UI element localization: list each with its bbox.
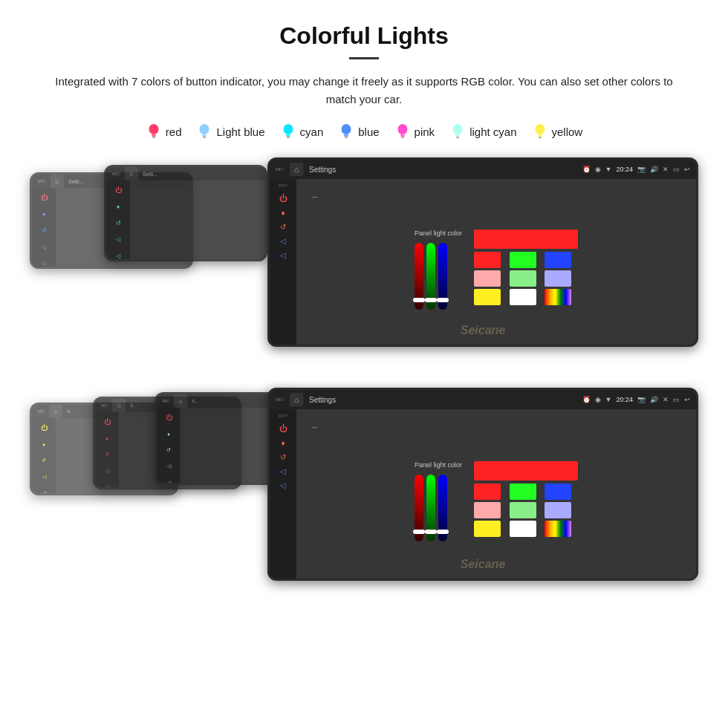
rgb-sliders-bottom — [415, 475, 447, 541]
red-label: red — [166, 126, 182, 138]
svg-rect-10 — [344, 134, 348, 137]
color-light-blue[interactable] — [545, 270, 571, 287]
svg-rect-5 — [203, 137, 206, 138]
cyan-label: cyan — [300, 126, 324, 138]
pink-label: pink — [415, 126, 435, 138]
green-slider-bottom[interactable] — [426, 475, 435, 541]
svg-rect-13 — [400, 134, 405, 137]
red-bulb-icon — [146, 122, 162, 141]
svg-rect-1 — [152, 134, 156, 137]
svg-point-0 — [149, 124, 158, 134]
color-rainbow-b[interactable] — [545, 521, 571, 537]
selected-color-bar[interactable] — [474, 229, 578, 249]
back-arrow[interactable]: ← — [311, 192, 319, 201]
red-slider[interactable] — [415, 243, 423, 310]
color-yellow-b[interactable] — [474, 521, 501, 537]
svg-point-9 — [342, 124, 351, 134]
svg-point-18 — [535, 124, 545, 134]
color-item-cyan: cyan — [280, 122, 324, 141]
yellow-label: yellow — [552, 126, 583, 138]
color-grid-bottom — [474, 483, 578, 537]
page-title: Colorful Lights — [30, 22, 698, 50]
color-red-b[interactable] — [474, 483, 501, 500]
color-yellow[interactable] — [474, 289, 501, 305]
color-blue[interactable] — [545, 252, 571, 268]
color-green-b[interactable] — [510, 483, 536, 500]
panel-light-label: Panel light color — [415, 229, 462, 237]
color-light-green[interactable] — [510, 270, 536, 287]
blue-slider[interactable] — [438, 243, 447, 310]
settings-label-top: Settings — [309, 166, 336, 174]
color-pink[interactable] — [474, 270, 501, 287]
color-grid — [474, 252, 578, 305]
color-item-light-blue: Light blue — [196, 122, 264, 141]
top-device-stack: MIC ⌂ Setti... ⏻ ♦ ↺ ◁ ◁ — [30, 157, 698, 365]
settings-label-bottom: Settings — [309, 396, 336, 404]
cyan-bulb-icon — [280, 122, 296, 141]
color-pink-b[interactable] — [474, 502, 501, 518]
light-blue-label: Light blue — [216, 126, 264, 138]
color-red[interactable] — [474, 252, 501, 268]
svg-point-6 — [283, 124, 293, 134]
color-item-pink: pink — [394, 122, 435, 141]
color-light-green-b[interactable] — [510, 502, 536, 518]
color-blue-b[interactable] — [545, 483, 571, 500]
svg-rect-14 — [401, 137, 404, 138]
color-item-blue: blue — [338, 122, 379, 141]
pink-bulb-icon — [394, 122, 411, 141]
color-white-b[interactable] — [510, 521, 536, 537]
device-7-main: MIC ⌂ Settings ⏰◉▼20:24 📷🔊✕▭↩ RST ⏻ ♦ ↺ — [267, 388, 698, 581]
svg-rect-2 — [152, 137, 155, 138]
color-green[interactable] — [510, 252, 536, 268]
light-cyan-label: light cyan — [469, 126, 516, 138]
svg-rect-8 — [287, 137, 290, 138]
color-item-yellow: yellow — [532, 122, 583, 141]
color-white[interactable] — [510, 289, 536, 305]
svg-rect-20 — [539, 137, 542, 138]
color-item-red: red — [146, 122, 182, 141]
device-2: MIC ⌂ Setti... ⏻ ♦ ↺ ◁ ◁ — [104, 165, 267, 261]
svg-point-12 — [397, 124, 407, 134]
svg-rect-16 — [455, 134, 460, 137]
yellow-bulb-icon — [532, 122, 548, 141]
light-cyan-bulb-icon — [449, 122, 466, 141]
device-3-main: MIC ⌂ Settings ⏰◉▼20:24 📷🔊✕▭↩ RST ⏻ ♦ ↺ — [267, 157, 698, 347]
page-description: Integrated with 7 colors of button indic… — [45, 73, 683, 108]
page: Colorful Lights Integrated with 7 colors… — [0, 0, 728, 625]
bottom-device-stack: MIC ⌂ S... ⏻ ♦ ↺ ◁ ◁ — [30, 388, 698, 596]
blue-slider-bottom[interactable] — [438, 475, 447, 541]
color-rainbow[interactable] — [545, 289, 571, 305]
panel-light-label-bottom: Panel light color — [415, 461, 462, 469]
color-item-light-cyan: light cyan — [449, 122, 516, 141]
blue-label: blue — [358, 126, 379, 138]
svg-rect-4 — [202, 134, 207, 137]
color-light-blue-b[interactable] — [545, 502, 571, 518]
red-slider-bottom[interactable] — [415, 475, 423, 541]
svg-rect-7 — [286, 134, 290, 137]
color-indicators-row: red Light blue cyan blue pink light cyan… — [30, 122, 698, 141]
light-blue-bulb-icon — [196, 122, 212, 141]
svg-point-3 — [200, 124, 209, 134]
blue-bulb-icon — [338, 122, 354, 141]
svg-rect-19 — [538, 134, 542, 137]
selected-color-bar-bottom[interactable] — [474, 461, 578, 481]
back-arrow-bottom[interactable]: ← — [311, 423, 319, 431]
svg-rect-11 — [345, 137, 348, 138]
svg-point-15 — [453, 124, 463, 134]
title-divider — [349, 57, 379, 59]
green-slider[interactable] — [426, 243, 435, 310]
svg-rect-17 — [456, 137, 459, 138]
rgb-sliders — [415, 243, 447, 310]
